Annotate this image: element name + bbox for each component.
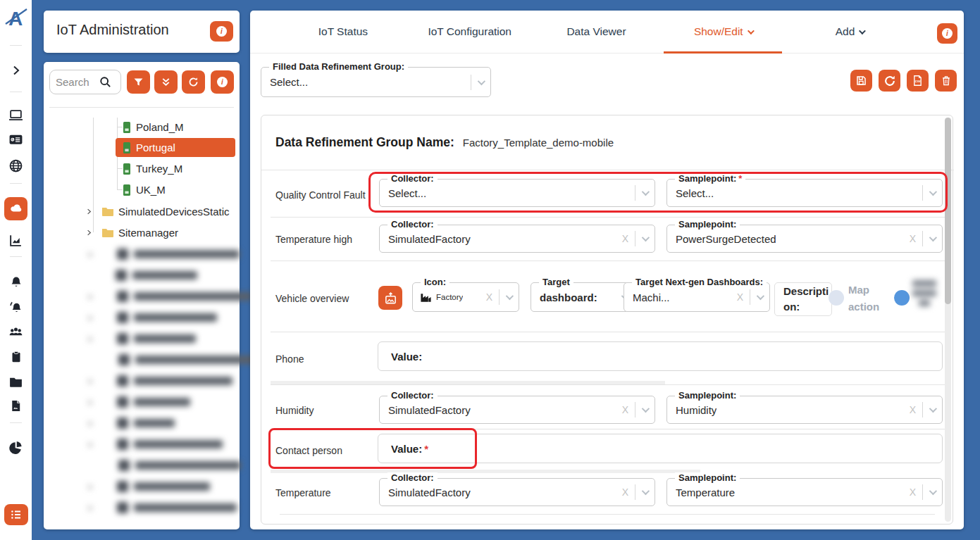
tree-refresh-button[interactable] — [182, 70, 205, 94]
clear-icon[interactable]: X — [910, 404, 916, 415]
tree-collapse-all-button[interactable] — [154, 70, 178, 94]
description-field[interactable]: Description: — [774, 282, 832, 316]
clear-icon[interactable]: X — [486, 291, 492, 303]
chevron-down-icon[interactable] — [642, 188, 650, 196]
tab-iot-status[interactable]: IoT Status — [280, 11, 407, 53]
chevron-down-icon[interactable] — [642, 487, 650, 495]
tree-item-poland[interactable]: Poland_M — [123, 118, 184, 137]
clear-icon[interactable]: X — [910, 486, 916, 498]
samplepoint-label: Samplepoint:* — [675, 173, 745, 184]
target-nextgen-select[interactable]: Target Next-gen Dashboards: Machi... X — [624, 282, 770, 312]
rail-files-button[interactable] — [0, 372, 32, 391]
tree-item-redacted[interactable]: > — [87, 394, 190, 410]
target-dashboard-select[interactable]: Target dashboard: — [531, 282, 635, 312]
clear-icon[interactable]: X — [622, 404, 628, 415]
chevron-down-icon[interactable] — [478, 77, 485, 84]
rail-network-button[interactable] — [0, 156, 32, 175]
tab-iot-configuration[interactable]: IoT Configuration — [407, 11, 533, 53]
rail-display-config-button[interactable] — [0, 130, 32, 149]
clear-icon[interactable]: X — [622, 486, 628, 498]
tab-label: Show/Edit — [694, 25, 743, 38]
chevron-down-icon[interactable] — [929, 188, 937, 196]
rail-devices-button[interactable] — [0, 106, 32, 124]
contact-value-input[interactable]: Value: * — [378, 434, 943, 463]
temperature-high-samplepoint-select[interactable]: Samplepoint: PowerSurgeDetected X — [666, 225, 943, 253]
divider — [750, 289, 750, 305]
map-action-toggle-off[interactable] — [829, 290, 844, 306]
tree-filter-button[interactable] — [127, 70, 150, 94]
clear-icon[interactable]: X — [910, 233, 916, 244]
chevron-down-icon[interactable] — [757, 292, 764, 300]
upload-image-button[interactable] — [378, 286, 402, 310]
temperature-samplepoint-select[interactable]: Samplepoint: Temperature X — [666, 478, 943, 506]
rail-analytics-button[interactable] — [0, 231, 32, 249]
target-nextgen-label: Target Next-gen Dashboards: — [632, 277, 767, 287]
icon-select[interactable]: Icon: Factory X — [412, 282, 519, 312]
globe-icon — [8, 158, 23, 173]
tab-data-viewer[interactable]: Data Viewer — [533, 11, 660, 53]
search-input[interactable] — [56, 76, 99, 88]
rail-reports-button[interactable] — [0, 438, 32, 456]
chevron-down-icon[interactable] — [642, 405, 650, 413]
rail-cloud-button-active[interactable] — [0, 196, 32, 220]
temperature-collector-select[interactable]: Collector: SimulatedFactory X — [379, 478, 655, 506]
rail-divider — [10, 45, 22, 46]
rail-menu-button[interactable] — [0, 503, 32, 527]
quality-samplepoint-select[interactable]: Samplepoint:* Select... — [666, 179, 943, 207]
scrollbar-thumb[interactable] — [945, 118, 951, 304]
chevron-down-icon[interactable] — [929, 234, 937, 241]
tree-search[interactable] — [49, 70, 121, 94]
delete-button[interactable] — [935, 70, 957, 92]
tree-item-redacted[interactable]: > — [87, 499, 237, 516]
humidity-collector-select[interactable]: Collector: SimulatedFactory X — [379, 396, 655, 424]
panel-info-button[interactable]: i — [210, 21, 233, 42]
rail-tasks-button[interactable] — [0, 348, 32, 366]
app-logo[interactable]: A — [0, 4, 32, 32]
tree-item-redacted[interactable] — [87, 351, 261, 368]
chevron-down-icon[interactable] — [506, 292, 514, 300]
vertical-scrollbar[interactable] — [945, 118, 951, 522]
tree-item-turkey[interactable]: Turkey_M — [123, 159, 182, 178]
tree-item-redacted[interactable]: > — [87, 415, 175, 432]
rail-media-button[interactable] — [0, 396, 32, 415]
rail-alarms-button[interactable] — [0, 298, 32, 316]
tree-item-redacted[interactable] — [87, 457, 241, 474]
tree-item-redacted[interactable]: > — [87, 330, 196, 347]
tree-item-redacted[interactable]: > — [87, 288, 252, 305]
quality-collector-select[interactable]: Collector: Select... — [379, 179, 655, 207]
chevron-down-icon[interactable] — [929, 405, 937, 413]
divider — [635, 484, 635, 500]
filled-group-select[interactable]: Filled Data Refinement Group: Select... — [261, 67, 491, 97]
rail-users-button[interactable] — [0, 322, 32, 341]
humidity-samplepoint-select[interactable]: Samplepoint: Humidity X — [666, 396, 943, 424]
reload-button[interactable] — [879, 70, 900, 92]
clear-icon[interactable]: X — [737, 291, 743, 303]
folder-icon — [101, 227, 114, 238]
phone-value-input[interactable]: Value: — [378, 341, 943, 371]
tree-item-redacted[interactable]: > — [87, 372, 232, 389]
export-csv-button[interactable]: csv — [907, 70, 929, 92]
chevron-down-icon[interactable] — [642, 234, 650, 241]
tab-show-edit[interactable]: Show/Edit — [659, 11, 786, 53]
tabs-info-button[interactable]: i — [937, 23, 957, 44]
samplepoint-value: Humidity — [676, 404, 717, 416]
tree-item-portugal-selected[interactable]: Portugal — [116, 138, 235, 157]
redacted-toggle-on[interactable] — [894, 290, 910, 306]
tree-item-redacted[interactable]: > — [87, 309, 217, 326]
tree-item-uk[interactable]: UK_M — [123, 180, 166, 199]
clear-icon[interactable]: X — [622, 233, 628, 244]
save-button[interactable] — [850, 70, 872, 92]
tree-item-redacted[interactable]: > — [87, 246, 240, 263]
chevron-down-icon[interactable] — [929, 487, 937, 495]
rail-expand-button[interactable] — [0, 62, 32, 79]
tree-item-redacted[interactable] — [87, 267, 197, 284]
tree-item-redacted[interactable]: > — [87, 478, 210, 495]
tab-add[interactable]: Add — [786, 11, 913, 53]
rail-notifications-button[interactable] — [0, 273, 32, 291]
tree-item-sitemanager[interactable]: Sitemanager — [86, 223, 178, 242]
tree-item-redacted[interactable]: > — [87, 436, 223, 453]
divider — [280, 514, 935, 515]
temperature-high-collector-select[interactable]: Collector: SimulatedFactory X — [379, 225, 655, 253]
tree-item-simulateddevicesstatic[interactable]: SimulatedDevicesStatic — [86, 202, 230, 221]
tree-info-button[interactable]: i — [211, 70, 234, 94]
